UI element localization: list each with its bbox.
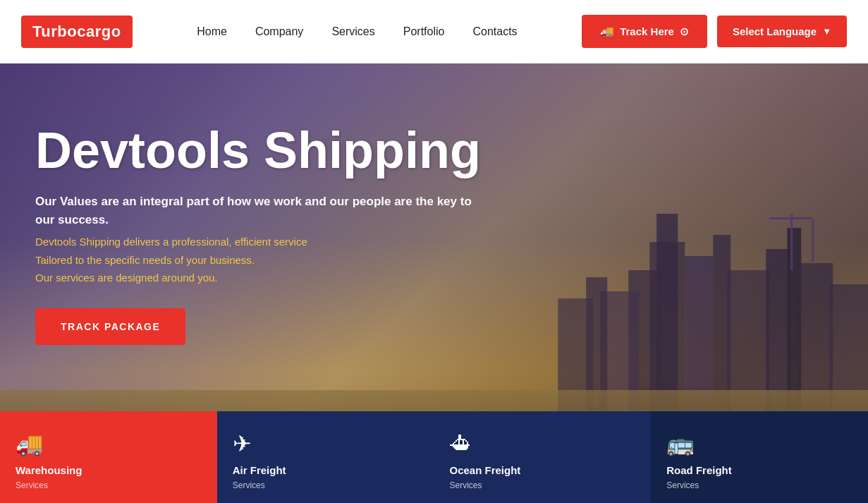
air-freight-subtitle: Services	[233, 480, 265, 490]
service-card-ocean-freight[interactable]: ⛴ Ocean Freight Services	[434, 411, 652, 503]
nav-portfolio[interactable]: Portfolio	[403, 25, 445, 38]
air-freight-title: Air Freight	[233, 464, 286, 476]
service-card-road-freight[interactable]: 🚌 Road Freight Services	[651, 411, 868, 503]
services-strip: 🚚 Warehousing Services ✈ Air Freight Ser…	[0, 411, 868, 503]
ocean-freight-icon: ⛴	[450, 431, 472, 457]
warehousing-icon: 🚚	[16, 430, 44, 457]
truck-icon: 🚚	[600, 25, 614, 38]
nav-company[interactable]: Company	[255, 25, 303, 38]
hero-section: Devtools Shipping Our Values are an inte…	[0, 63, 868, 503]
service-card-air-freight[interactable]: ✈ Air Freight Services	[217, 411, 434, 503]
nav-services[interactable]: Services	[331, 25, 374, 38]
hero-tagline: Devtools Shipping delivers a professiona…	[35, 233, 458, 287]
service-card-warehousing[interactable]: 🚚 Warehousing Services	[0, 411, 217, 503]
main-nav: Home Company Services Portfolio Contacts	[197, 25, 517, 38]
header: Turbocargo Home Company Services Portfol…	[0, 0, 868, 63]
road-freight-subtitle: Services	[666, 480, 699, 490]
nav-home[interactable]: Home	[197, 25, 227, 38]
tagline-line-1: Devtools Shipping delivers a professiona…	[35, 236, 307, 248]
air-freight-icon: ✈	[233, 430, 252, 457]
nav-contacts[interactable]: Contacts	[472, 25, 517, 38]
road-freight-title: Road Freight	[666, 464, 732, 476]
select-language-button[interactable]: Select Language ▼	[717, 16, 847, 47]
circle-icon: ⊙	[680, 25, 689, 38]
warehousing-title: Warehousing	[16, 464, 82, 476]
logo[interactable]: Turbocargo	[21, 16, 133, 48]
chevron-down-icon: ▼	[822, 26, 831, 37]
hero-subtitle: Our Values are an integral part of how w…	[35, 193, 472, 229]
tagline-line-3: Our services are designed around you.	[35, 272, 217, 284]
header-buttons: 🚚 Track Here ⊙ Select Language ▼	[582, 15, 847, 48]
road-freight-icon: 🚌	[666, 430, 695, 457]
tagline-line-2: Tailored to the specific needs of your b…	[35, 254, 255, 266]
warehousing-subtitle: Services	[16, 480, 48, 490]
track-here-button[interactable]: 🚚 Track Here ⊙	[582, 15, 707, 48]
ocean-freight-title: Ocean Freight	[450, 464, 521, 476]
ocean-freight-subtitle: Services	[450, 480, 482, 490]
hero-title: Devtools Shipping	[35, 123, 833, 178]
track-package-button[interactable]: TRACK PACKAGE	[35, 308, 185, 345]
